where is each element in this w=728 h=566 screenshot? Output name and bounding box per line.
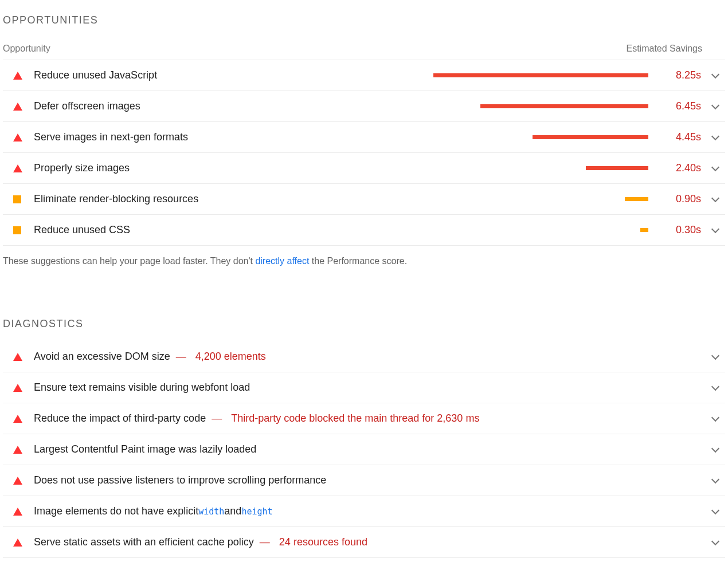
savings-value: 0.30s	[654, 224, 706, 236]
opportunity-row[interactable]: Properly size images2.40s	[3, 153, 725, 184]
savings-value: 6.45s	[654, 100, 706, 112]
expand-toggle[interactable]	[706, 167, 725, 170]
savings-bar-container	[412, 73, 654, 77]
savings-value: 4.45s	[654, 131, 706, 143]
chevron-down-icon	[711, 351, 719, 359]
savings-value: 0.90s	[654, 193, 706, 205]
chevron-down-icon	[711, 475, 719, 483]
savings-bar-container	[412, 197, 654, 201]
savings-bar	[433, 73, 648, 77]
opportunity-row[interactable]: Reduce unused JavaScript8.25s	[3, 60, 725, 91]
opportunity-title: Defer offscreen images	[34, 100, 412, 112]
square-icon	[13, 226, 21, 234]
opportunity-column-header: Opportunity	[3, 44, 416, 54]
triangle-icon	[13, 133, 22, 142]
triangle-icon	[13, 415, 22, 423]
expand-toggle[interactable]	[706, 136, 725, 139]
diagnostic-row[interactable]: Ensure text remains visible during webfo…	[3, 372, 725, 403]
expand-toggle[interactable]	[706, 448, 725, 451]
diagnostic-row[interactable]: Image elements do not have explicit widt…	[3, 496, 725, 527]
expand-toggle[interactable]	[706, 510, 725, 513]
expand-toggle[interactable]	[706, 386, 725, 390]
opportunity-row[interactable]: Serve images in next-gen formats4.45s	[3, 122, 725, 153]
expand-toggle[interactable]	[706, 417, 725, 420]
expand-toggle[interactable]	[706, 541, 725, 544]
expand-toggle[interactable]	[706, 198, 725, 201]
opportunity-title: Serve images in next-gen formats	[34, 131, 412, 143]
diagnostic-row[interactable]: Largest Contentful Paint image was lazil…	[3, 434, 725, 465]
savings-bar	[625, 197, 648, 201]
chevron-down-icon	[711, 506, 719, 514]
triangle-icon	[13, 103, 22, 111]
triangle-icon	[13, 508, 22, 516]
chevron-down-icon	[711, 70, 719, 78]
chevron-down-icon	[711, 101, 719, 109]
severity-fail-icon	[3, 446, 34, 454]
footnote-pre: These suggestions can help your page loa…	[3, 256, 255, 266]
diagnostic-title: Does not use passive listeners to improv…	[34, 474, 706, 486]
triangle-icon	[13, 164, 22, 172]
diagnostic-row[interactable]: Reduce the impact of third-party code—Th…	[3, 403, 725, 434]
chevron-down-icon	[711, 413, 719, 421]
triangle-icon	[13, 72, 22, 80]
savings-bar-container	[412, 135, 654, 139]
diagnostic-row[interactable]: Avoid an excessive DOM size—4,200 elemen…	[3, 341, 725, 372]
code-token: height	[241, 506, 272, 517]
severity-average-icon	[3, 226, 34, 234]
savings-bar	[586, 166, 648, 170]
opportunity-row[interactable]: Eliminate render-blocking resources0.90s	[3, 184, 725, 215]
footnote-post: the Performance score.	[309, 256, 407, 266]
diagnostic-title: Image elements do not have explicit widt…	[34, 505, 706, 517]
expand-toggle[interactable]	[706, 229, 725, 232]
diagnostic-detail: 24 resources found	[279, 536, 367, 548]
severity-fail-icon	[3, 477, 34, 485]
severity-fail-icon	[3, 133, 34, 142]
triangle-icon	[13, 446, 22, 454]
opportunity-title: Properly size images	[34, 162, 412, 174]
diagnostic-row[interactable]: Does not use passive listeners to improv…	[3, 465, 725, 496]
severity-fail-icon	[3, 103, 34, 111]
severity-fail-icon	[3, 539, 34, 547]
severity-fail-icon	[3, 72, 34, 80]
triangle-icon	[13, 384, 22, 392]
chevron-down-icon	[711, 163, 719, 171]
savings-bar-container	[412, 228, 654, 232]
diagnostic-title: Reduce the impact of third-party code—Th…	[34, 412, 706, 424]
expand-toggle[interactable]	[706, 105, 725, 108]
severity-fail-icon	[3, 164, 34, 172]
expand-toggle[interactable]	[706, 74, 725, 77]
footnote-link[interactable]: directly affect	[255, 256, 309, 266]
expand-toggle[interactable]	[706, 355, 725, 359]
chevron-down-icon	[711, 537, 719, 545]
square-icon	[13, 195, 21, 203]
chevron-down-icon	[711, 132, 719, 140]
opportunity-title: Eliminate render-blocking resources	[34, 193, 412, 205]
severity-average-icon	[3, 195, 34, 203]
savings-column-header: Estimated Savings	[416, 44, 725, 54]
chevron-down-icon	[711, 444, 719, 452]
diagnostic-detail: Third-party code blocked the main thread…	[231, 412, 479, 424]
savings-bar-container	[412, 104, 654, 108]
severity-fail-icon	[3, 415, 34, 423]
opportunity-row[interactable]: Reduce unused CSS0.30s	[3, 215, 725, 246]
opportunities-footnote: These suggestions can help your page loa…	[3, 246, 725, 272]
code-token: width	[198, 506, 224, 517]
savings-bar-container	[412, 166, 654, 170]
severity-fail-icon	[3, 508, 34, 516]
detail-separator: —	[260, 536, 270, 548]
opportunity-title: Reduce unused CSS	[34, 224, 412, 236]
savings-value: 8.25s	[654, 69, 706, 81]
savings-bar	[480, 104, 648, 108]
triangle-icon	[13, 353, 22, 361]
triangle-icon	[13, 539, 22, 547]
detail-separator: —	[176, 351, 186, 363]
expand-toggle[interactable]	[706, 479, 725, 482]
savings-value: 2.40s	[654, 162, 706, 174]
diagnostic-title: Avoid an excessive DOM size—4,200 elemen…	[34, 351, 706, 363]
savings-bar	[533, 135, 648, 139]
diagnostic-row[interactable]: Serve static assets with an efficient ca…	[3, 527, 725, 558]
opportunity-row[interactable]: Defer offscreen images6.45s	[3, 91, 725, 122]
diagnostic-title: Largest Contentful Paint image was lazil…	[34, 443, 706, 455]
triangle-icon	[13, 477, 22, 485]
chevron-down-icon	[711, 194, 719, 202]
